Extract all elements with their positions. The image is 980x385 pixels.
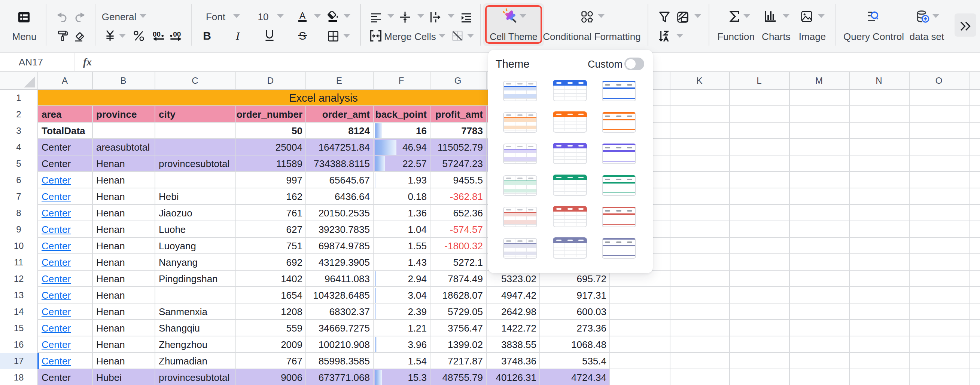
svg-text:A: A <box>299 11 305 21</box>
svg-text:I: I <box>235 30 240 41</box>
svg-text:00: 00 <box>153 30 161 38</box>
svg-text:00: 00 <box>173 30 181 38</box>
svg-text:B: B <box>203 30 211 41</box>
